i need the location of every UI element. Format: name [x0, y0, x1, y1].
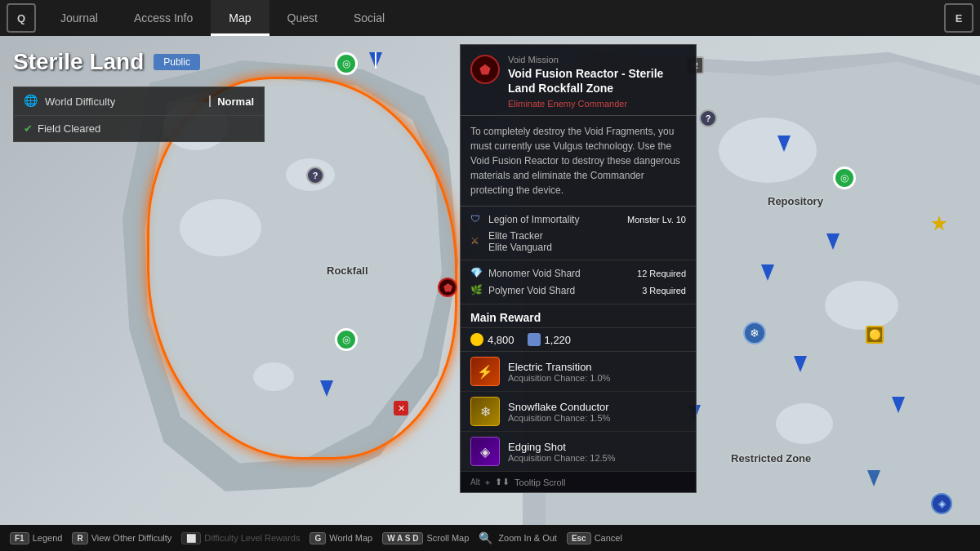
marker-q-1[interactable]: ?	[306, 167, 324, 184]
key-r[interactable]: R	[72, 532, 87, 544]
marker-yellow-1[interactable]: 🟡	[866, 326, 884, 344]
key-wasd[interactable]: W A S D	[382, 532, 423, 544]
scroll-icon-2: ⬆⬇	[495, 477, 510, 487]
req-label-2: Polymer Void Shard	[488, 285, 642, 296]
tab-map[interactable]: Map	[211, 0, 269, 36]
legend-label: Legend	[33, 533, 63, 543]
marker-blue-6[interactable]	[890, 395, 906, 418]
marker-red-1[interactable]: ✕	[392, 399, 410, 420]
mission-icon: ⬟	[470, 55, 500, 84]
zoom-label: Zoom In & Out	[498, 533, 557, 543]
marker-blue-3[interactable]	[825, 232, 841, 255]
marker-green-3[interactable]: ◎	[833, 167, 856, 189]
currency-gear: 1,220	[528, 333, 572, 346]
popup-title: Void Fusion Reactor - Sterile Land Rockf…	[508, 66, 686, 96]
reward-header: Main Reward	[461, 304, 696, 328]
faction-icon: 🛡	[470, 213, 483, 226]
key-esc[interactable]: Esc	[567, 532, 591, 544]
check-icon: ✔	[24, 122, 33, 135]
popup-faction-row: 🛡 Legion of Immortality Monster Lv. 10	[470, 213, 686, 226]
marker-q-2[interactable]: ?	[699, 109, 717, 127]
marker-snow-1[interactable]: ❄	[743, 322, 766, 344]
marker-blue-9[interactable]: ◈	[931, 493, 952, 514]
req-value-2: 3 Required	[642, 286, 686, 295]
marker-blue-5[interactable]	[792, 354, 808, 377]
reward-item-2-chance: Acquisition Chance: 1.5%	[508, 413, 610, 423]
tab-journal[interactable]: Journal	[42, 0, 116, 36]
marker-star-1[interactable]	[931, 216, 947, 232]
enemy-icon-1: ⚔	[470, 235, 483, 248]
reward-item-2-info: Snowflake Conductor Acquisition Chance: …	[508, 401, 610, 423]
svg-marker-7	[777, 136, 791, 152]
reward-icon-3: ◈	[470, 437, 500, 466]
coin-icon	[470, 333, 483, 346]
tooltip-scroll-label: Tooltip Scroll	[514, 478, 565, 487]
svg-marker-12	[867, 470, 880, 487]
tab-access-info[interactable]: Access Info	[116, 0, 211, 36]
popup-faction-section: 🛡 Legion of Immortality Monster Lv. 10 ⚔…	[461, 207, 696, 260]
bottom-bar: F1 Legend R View Other Difficulty ⬜ Diff…	[0, 525, 980, 551]
gear-icon	[528, 333, 541, 346]
scroll-map-label: Scroll Map	[426, 533, 469, 543]
svg-marker-2	[320, 380, 333, 397]
req-label-1: Monomer Void Shard	[488, 268, 637, 279]
world-difficulty-label: World Difficulty	[45, 96, 209, 108]
svg-marker-9	[761, 264, 774, 281]
tab-quest[interactable]: Quest	[270, 0, 336, 36]
key-e[interactable]: E	[944, 3, 973, 33]
mission-popup: ⬟ Void Mission Void Fusion Reactor - Ste…	[460, 44, 697, 493]
reward-item-3: ◈ Edging Shot Acquisition Chance: 12.5%	[461, 432, 696, 472]
req-icon-2: 🌿	[470, 284, 483, 297]
popup-description: To completely destroy the Void Fragments…	[461, 116, 696, 207]
key-f1[interactable]: F1	[10, 532, 29, 544]
world-difficulty-value: Normal	[217, 96, 254, 108]
currency-coins: 4,800	[470, 333, 514, 346]
reward-item-2: ❄ Snowflake Conductor Acquisition Chance…	[461, 392, 696, 432]
difficulty-rewards-label: Difficulty Level Rewards	[204, 533, 300, 543]
reward-item-1-name: Electric Transition	[508, 361, 610, 373]
tooltip-scroll-bar: Alt + ⬆⬇ Tooltip Scroll	[461, 472, 696, 492]
svg-marker-11	[892, 397, 905, 413]
field-cleared-label: Field Cleared	[38, 122, 254, 135]
req-value-1: 12 Required	[637, 269, 686, 278]
marker-blue-flag-1[interactable]	[368, 51, 384, 73]
marker-blue-7[interactable]	[866, 469, 882, 491]
gear-value: 1,220	[545, 334, 572, 346]
reward-icon-1: ⚡	[470, 357, 500, 386]
svg-marker-8	[826, 233, 840, 250]
reward-item-2-name: Snowflake Conductor	[508, 401, 610, 413]
key-difficulty-rewards: ⬜	[181, 532, 201, 544]
req-icon-1: 💎	[470, 267, 483, 280]
popup-mission-type: Eliminate Enemy Commander	[508, 99, 686, 109]
marker-red-mission[interactable]: ⬟	[437, 277, 458, 301]
world-icon: 🌐	[24, 94, 38, 109]
world-difficulty-row: 🌐 World Difficulty Normal	[14, 87, 264, 116]
faction-label: Legion of Immortality	[488, 214, 627, 225]
reward-icon-2: ❄	[470, 397, 500, 426]
reward-currency: 4,800 1,220	[461, 328, 696, 352]
reward-item-1-chance: Acquisition Chance: 1.0%	[508, 373, 610, 383]
world-map-label: World Map	[329, 533, 372, 543]
left-panel: Sterile Land Public 🌐 World Difficulty N…	[0, 36, 278, 155]
marker-blue-4[interactable]	[760, 263, 776, 286]
area-info-box: 🌐 World Difficulty Normal ✔ Field Cleare…	[13, 87, 265, 142]
key-g[interactable]: G	[310, 532, 326, 544]
marker-blue-1[interactable]	[318, 379, 335, 402]
reward-item-3-chance: Acquisition Chance: 12.5%	[508, 453, 615, 463]
view-other-difficulty-label: View Other Difficulty	[91, 533, 172, 543]
marker-blue-2[interactable]	[776, 134, 792, 157]
reward-item-3-name: Edging Shot	[508, 441, 615, 453]
key-q[interactable]: Q	[7, 3, 36, 33]
reward-item-3-info: Edging Shot Acquisition Chance: 12.5%	[508, 441, 615, 463]
marker-green-1[interactable]: ◎	[335, 52, 358, 75]
marker-green-2[interactable]: ◎	[335, 328, 358, 351]
public-badge: Public	[154, 54, 200, 70]
popup-header: ⬟ Void Mission Void Fusion Reactor - Ste…	[461, 45, 696, 116]
tab-social[interactable]: Social	[336, 0, 403, 36]
req-row-1: 💎 Monomer Void Shard 12 Required	[470, 267, 686, 280]
popup-title-area: Void Mission Void Fusion Reactor - Steri…	[508, 55, 686, 109]
svg-marker-10	[794, 356, 807, 372]
coin-value: 4,800	[488, 334, 514, 346]
field-cleared-row: ✔ Field Cleared	[14, 116, 264, 141]
area-title: Sterile Land	[13, 49, 144, 75]
